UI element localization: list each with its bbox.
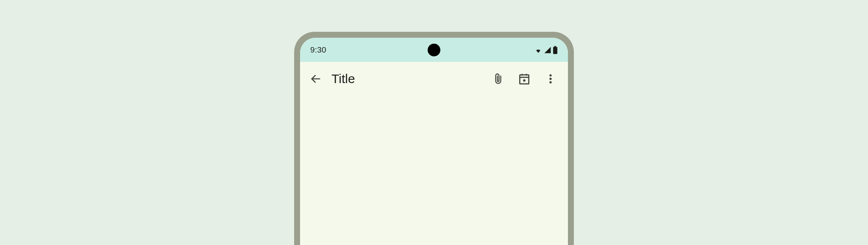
more-vert-icon	[545, 73, 556, 85]
camera-cutout	[428, 44, 440, 56]
app-bar: Title	[300, 62, 568, 96]
cellular-signal-icon	[543, 46, 552, 54]
status-bar: 9:30	[300, 38, 568, 62]
calendar-button[interactable]	[511, 67, 537, 90]
attachment-icon	[492, 72, 504, 85]
svg-point-8	[549, 74, 551, 76]
svg-rect-1	[554, 46, 556, 47]
page-title: Title	[331, 72, 485, 86]
svg-point-10	[549, 81, 551, 83]
calendar-event-icon	[518, 72, 531, 85]
phone-frame: 9:30	[294, 32, 574, 245]
status-icons	[534, 46, 558, 54]
arrow-back-icon	[310, 73, 322, 85]
more-button[interactable]	[537, 67, 564, 90]
phone-screen: 9:30	[300, 38, 568, 245]
svg-rect-0	[553, 47, 557, 54]
wifi-icon	[534, 46, 542, 54]
battery-icon	[553, 46, 558, 54]
svg-point-9	[549, 78, 551, 80]
attach-button[interactable]	[485, 67, 511, 90]
action-buttons	[485, 67, 564, 90]
status-time: 9:30	[310, 45, 326, 55]
back-button[interactable]	[304, 67, 327, 90]
svg-point-7	[523, 79, 526, 82]
